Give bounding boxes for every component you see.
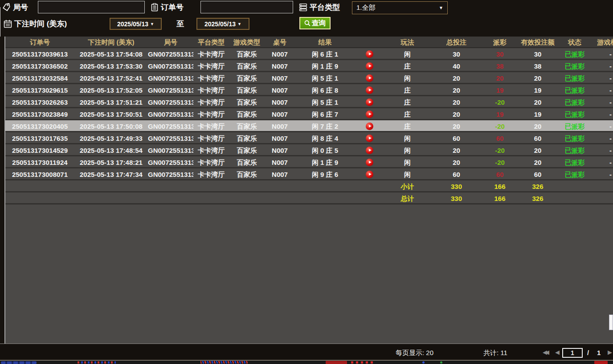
table-row[interactable]: 2505131730365022025-05-13 17:53:30GN0072…	[5, 60, 613, 72]
cell-status: 已派彩	[558, 156, 592, 167]
table-row[interactable]: 2505131730176352025-05-13 17:49:33GN0072…	[5, 132, 613, 144]
replay-button[interactable]	[355, 60, 384, 71]
date-from-select[interactable]: 2025/05/13 ▼	[110, 18, 162, 30]
cell-game-type: 百家乐	[229, 96, 265, 107]
cell-empty	[148, 180, 193, 191]
cell-result: 闲 8 庄 4	[295, 132, 355, 143]
round-number-input[interactable]	[38, 1, 145, 13]
replay-button[interactable]	[355, 144, 384, 155]
header-total-bet: 总投注	[431, 37, 482, 47]
underlying-window-strip	[0, 360, 613, 364]
cell-game-mode: -	[592, 96, 613, 107]
replay-button[interactable]	[355, 96, 384, 107]
platform-type-label: 平台类型	[299, 2, 340, 12]
cell-play: 庄	[384, 120, 431, 131]
underlying-roadmap-dots	[78, 361, 116, 364]
cell-game-type: 百家乐	[229, 144, 265, 155]
cell-payout: 20	[482, 72, 518, 83]
query-button-label: 查询	[312, 19, 326, 28]
table-row[interactable]: 2505131730296152025-05-13 17:52:05GN0072…	[5, 84, 613, 96]
cell-table-no: N007	[265, 120, 295, 131]
cell-order-id: 250513173017635	[5, 132, 74, 143]
cell-game-mode: -	[592, 48, 613, 59]
cell-round-id: GN0072551313A	[148, 84, 193, 95]
replay-play-icon	[366, 135, 373, 142]
replay-button[interactable]	[355, 84, 384, 95]
cell-round-id: GN0072551313C	[148, 60, 193, 71]
cell-play: 闲	[384, 132, 431, 143]
header-status: 状态	[558, 37, 592, 47]
cell-round-id: GN00725513137	[148, 120, 193, 131]
cell-table-no: N007	[265, 48, 295, 59]
cell-round-id: GN0072551313B	[148, 72, 193, 83]
table-body: 2505131730396132025-05-13 17:54:08GN0072…	[5, 48, 613, 180]
cell-game-type: 百家乐	[229, 168, 265, 179]
cell-bet-time: 2025-05-13 17:48:21	[74, 156, 148, 167]
subtotal-label: 小计	[384, 180, 431, 191]
first-page-button[interactable]: ◀◀	[543, 349, 547, 356]
cell-platform: 卡卡湾厅	[193, 168, 229, 179]
cell-valid-bet: 19	[518, 84, 558, 95]
cell-empty	[148, 192, 193, 203]
next-page-button[interactable]: ▶	[608, 349, 612, 356]
prev-page-button[interactable]: ◀	[555, 349, 560, 356]
table-row[interactable]: 2505131730325842025-05-13 17:52:41GN0072…	[5, 72, 613, 84]
cell-valid-bet: 60	[518, 132, 558, 143]
cell-total-bet: 20	[431, 120, 482, 131]
table-row[interactable]: 2505131730080712025-05-13 17:47:34GN0072…	[5, 168, 613, 180]
cell-order-id: 250513173026263	[5, 96, 74, 107]
table-row[interactable]: 2505131730145292025-05-13 17:48:54GN0072…	[5, 144, 613, 156]
cell-platform: 卡卡湾厅	[193, 156, 229, 167]
cell-payout: 38	[482, 60, 518, 71]
cell-status: 已派彩	[558, 72, 592, 83]
replay-button[interactable]	[355, 132, 384, 143]
page-number-input[interactable]: 1	[562, 348, 583, 358]
date-to-value: 2025/05/13	[204, 20, 236, 28]
cell-round-id: GN00725513133	[148, 168, 193, 179]
chevron-down-icon: ▼	[237, 22, 241, 26]
cell-game-type: 百家乐	[229, 120, 265, 131]
cell-order-id: 250513173032584	[5, 72, 74, 83]
platform-type-select[interactable]: 1.全部 ▼	[352, 1, 448, 14]
replay-play-icon	[366, 86, 373, 94]
query-button[interactable]: 查询	[299, 17, 331, 29]
table-row[interactable]: 2505131730262632025-05-13 17:51:21GN0072…	[5, 96, 613, 108]
table-row[interactable]: 2505131730396132025-05-13 17:54:08GN0072…	[5, 48, 613, 60]
cell-valid-bet: 20	[518, 156, 558, 167]
table-row[interactable]: 2505131730238492025-05-13 17:50:51GN0072…	[5, 108, 613, 120]
replay-button[interactable]	[355, 120, 384, 131]
cell-valid-bet: 20	[518, 72, 558, 83]
header-payout: 派彩	[482, 37, 518, 47]
cell-order-id: 250513173029615	[5, 84, 74, 95]
clipboard-icon	[151, 3, 159, 12]
header-valid-bet: 有效投注额	[518, 37, 558, 47]
platform-type-label-text: 平台类型	[310, 2, 340, 12]
table-row[interactable]: 2505131730119242025-05-13 17:48:21GN0072…	[5, 156, 613, 168]
filter-bar: 局号 订单号 平台类型 1.全部 ▼	[0, 0, 613, 37]
date-to-label-text: 至	[176, 19, 184, 29]
play-triangle-icon	[369, 101, 372, 103]
header-round-id: 局号	[148, 37, 193, 47]
pagination-bar: 每页显示: 20 共计: 11 ◀◀ ◀ 1 / 1 ▶	[0, 344, 613, 360]
replay-button[interactable]	[355, 156, 384, 167]
order-number-input[interactable]	[200, 1, 293, 13]
cell-status: 已派彩	[558, 144, 592, 155]
replay-button[interactable]	[355, 108, 384, 119]
cell-empty	[355, 180, 384, 191]
cell-empty	[558, 180, 592, 191]
replay-button[interactable]	[355, 168, 384, 179]
scrollbar-thumb-fragment[interactable]	[609, 315, 613, 330]
cell-bet-time: 2025-05-13 17:48:54	[74, 144, 148, 155]
subtotal-payout: 166	[482, 180, 518, 191]
total-count-text: 共计: 11	[483, 349, 507, 357]
grand-total-label: 总计	[384, 192, 431, 203]
replay-button[interactable]	[355, 72, 384, 83]
table-row-selected[interactable]: 2505131730204052025-05-13 17:50:08GN0072…	[5, 120, 613, 132]
cell-bet-time: 2025-05-13 17:50:51	[74, 108, 148, 119]
cell-empty	[558, 192, 592, 203]
replay-button[interactable]	[355, 48, 384, 59]
replay-play-icon	[366, 110, 373, 118]
date-to-select[interactable]: 2025/05/13 ▼	[196, 18, 249, 30]
tag-icon	[2, 3, 11, 12]
cell-total-bet: 60	[431, 168, 482, 179]
